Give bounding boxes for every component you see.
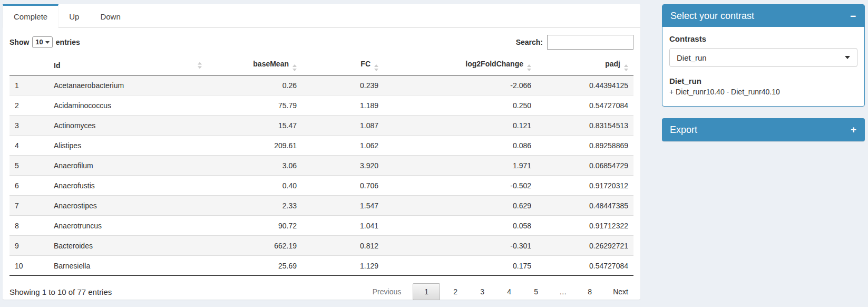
basemean-cell: 662.19 <box>206 236 302 256</box>
page-length-select[interactable]: 10 <box>32 36 52 48</box>
table-row: 2Acidaminococcus75.791.1890.2500.5472708… <box>9 95 633 116</box>
export-panel-header[interactable]: Export + <box>662 118 865 141</box>
pagination-page-1[interactable]: 1 <box>413 283 440 300</box>
id-cell: Actinomyces <box>48 116 206 136</box>
basemean-cell: 15.47 <box>206 116 302 136</box>
log2foldchange-cell: -2.066 <box>384 75 537 95</box>
table-row: 5Anaerofilum3.063.9201.9710.06854729 <box>9 156 633 176</box>
tab-up[interactable]: Up <box>58 4 90 27</box>
search-input[interactable] <box>547 35 633 50</box>
fc-cell: 0.239 <box>302 75 384 95</box>
id-cell: Acidaminococcus <box>48 95 206 116</box>
pagination-page-8[interactable]: 8 <box>578 283 601 300</box>
sort-icon <box>198 62 202 69</box>
tab-down[interactable]: Down <box>90 4 131 27</box>
padj-cell: 0.91712322 <box>537 216 633 236</box>
id-cell: Barnesiella <box>48 256 206 276</box>
contrast-select[interactable]: Diet_run <box>669 48 857 67</box>
log2foldchange-cell: 0.086 <box>384 136 537 156</box>
sort-icon <box>624 64 628 71</box>
table-row: 4Alistipes209.611.0620.0860.89258869 <box>9 136 633 156</box>
sidebar: Select your contrast − Contrasts Diet_ru… <box>662 4 865 141</box>
fc-cell: 1.062 <box>302 136 384 156</box>
pagination-page-5[interactable]: 5 <box>524 283 548 300</box>
fc-cell: 0.706 <box>302 176 384 196</box>
tab-complete[interactable]: Complete <box>3 4 58 28</box>
contrast-panel-body: Contrasts Diet_run Diet_run + Diet_runr1… <box>662 27 864 106</box>
row-index-cell: 5 <box>9 156 48 176</box>
results-tab-bar: Complete Up Down <box>3 4 640 28</box>
table-row: 6Anaerofustis0.400.706-0.5020.91720312 <box>9 176 633 196</box>
results-card: Complete Up Down Show 10 entries Search: <box>3 4 640 300</box>
column-label: baseMean <box>253 60 289 68</box>
select-caret-icon <box>45 41 50 44</box>
results-table: IdbaseMeanFClog2FoldChangepadj 1Acetanae… <box>9 56 633 276</box>
show-label: Show <box>9 38 29 46</box>
fc-cell: 1.041 <box>302 216 384 236</box>
basemean-cell: 25.69 <box>206 256 302 276</box>
padj-cell: 0.54727084 <box>537 256 633 276</box>
column-header-id[interactable]: Id <box>48 56 206 75</box>
table-row: 10Barnesiella25.691.1290.1750.54727084 <box>9 256 633 276</box>
table-row: 3Actinomyces15.471.0870.1210.83154513 <box>9 116 633 136</box>
padj-cell: 0.89258869 <box>537 136 633 156</box>
sort-icon <box>292 64 297 71</box>
row-index-cell: 2 <box>9 95 48 116</box>
contrast-name: Diet_run <box>669 76 857 85</box>
basemean-cell: 90.72 <box>206 216 302 236</box>
sort-icon <box>527 64 531 71</box>
table-row: 8Anaerotruncus90.721.0410.0580.91712322 <box>9 216 633 236</box>
contrast-formula: + Diet_runr10.40 - Diet_runr40.10 <box>669 88 857 96</box>
padj-cell: 0.44394125 <box>537 75 633 95</box>
expand-plus-icon[interactable]: + <box>851 124 856 136</box>
padj-cell: 0.06854729 <box>537 156 633 176</box>
table-row: 1Acetanaerobacterium0.260.239-2.0660.443… <box>9 75 633 95</box>
table-row: 7Anaerostipes2.331.5470.6290.48447385 <box>9 196 633 216</box>
log2foldchange-cell: 1.971 <box>384 156 537 176</box>
pagination-next-button[interactable]: Next <box>605 283 633 300</box>
page-length-control: Show 10 entries <box>9 36 80 48</box>
id-cell: Anaerotruncus <box>48 216 206 236</box>
column-header-log2foldchange[interactable]: log2FoldChange <box>384 56 537 75</box>
pagination-page-4[interactable]: 4 <box>498 283 521 300</box>
log2foldchange-cell: 0.175 <box>384 256 537 276</box>
row-index-cell: 4 <box>9 136 48 156</box>
basemean-cell: 2.33 <box>206 196 302 216</box>
column-header-padj[interactable]: padj <box>537 56 633 75</box>
column-label: FC <box>360 60 370 68</box>
row-index-cell: 6 <box>9 176 48 196</box>
column-header-basemean[interactable]: baseMean <box>206 56 302 75</box>
fc-cell: 1.189 <box>302 95 384 116</box>
fc-cell: 0.812 <box>302 236 384 256</box>
row-index-cell: 3 <box>9 116 48 136</box>
collapse-minus-icon[interactable]: − <box>850 11 856 21</box>
sort-icon <box>374 64 378 71</box>
table-info: Showing 1 to 10 of 77 entries <box>9 287 112 296</box>
column-header-index <box>9 56 48 75</box>
dropdown-caret-icon <box>845 56 850 59</box>
pagination-previous-button[interactable]: Previous <box>367 283 409 300</box>
basemean-cell: 75.79 <box>206 95 302 116</box>
column-header-fc[interactable]: FC <box>302 56 384 75</box>
pagination-page-3[interactable]: 3 <box>471 283 494 300</box>
contrast-panel-header[interactable]: Select your contrast − <box>662 5 864 27</box>
row-index-cell: 1 <box>9 75 48 95</box>
pagination-page-2[interactable]: 2 <box>444 283 467 300</box>
id-cell: Anaerofilum <box>48 156 206 176</box>
basemean-cell: 0.26 <box>206 75 302 95</box>
contrast-select-value: Diet_run <box>677 53 707 62</box>
padj-cell: 0.54727084 <box>537 95 633 116</box>
log2foldchange-cell: 0.629 <box>384 196 537 216</box>
basemean-cell: 209.61 <box>206 136 302 156</box>
id-cell: Alistipes <box>48 136 206 156</box>
row-index-cell: 10 <box>9 256 48 276</box>
table-controls: Show 10 entries Search: <box>9 35 633 50</box>
row-index-cell: 7 <box>9 196 48 216</box>
export-panel-title: Export <box>670 124 697 136</box>
padj-cell: 0.48447385 <box>537 196 633 216</box>
contrast-panel: Select your contrast − Contrasts Diet_ru… <box>662 4 865 107</box>
log2foldchange-cell: -0.301 <box>384 236 537 256</box>
padj-cell: 0.83154513 <box>537 116 633 136</box>
id-cell: Anaerofustis <box>48 176 206 196</box>
column-label: log2FoldChange <box>465 60 523 68</box>
